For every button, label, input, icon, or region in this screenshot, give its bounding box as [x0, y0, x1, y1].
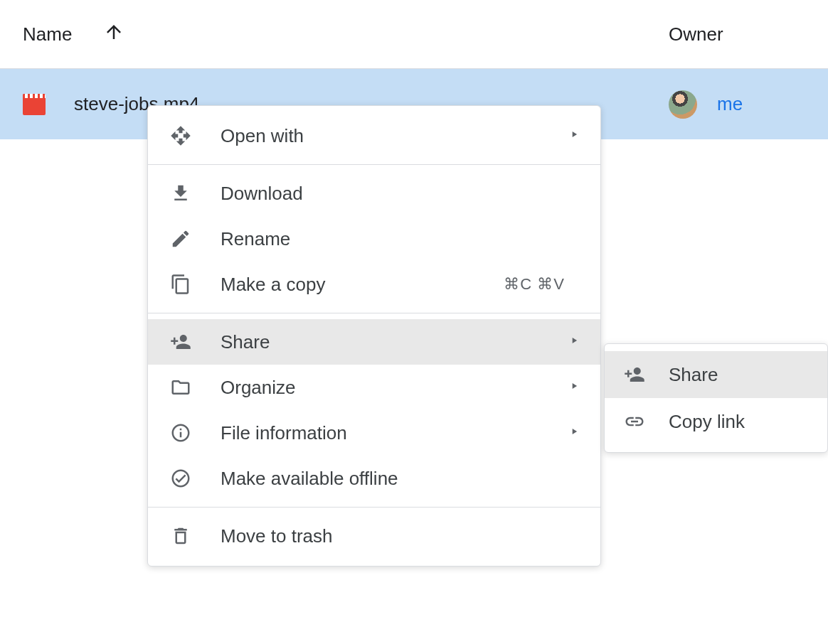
- submenu-copy-link-label: Copy link: [669, 411, 809, 433]
- menu-share[interactable]: Share: [148, 319, 600, 365]
- context-menu: Open with Download Rename Make a copy ⌘C…: [147, 105, 601, 567]
- submenu-copy-link[interactable]: Copy link: [605, 398, 827, 445]
- menu-file-info[interactable]: File information: [148, 410, 600, 456]
- folder-icon: [169, 376, 192, 399]
- menu-rename-label: Rename: [221, 228, 579, 250]
- menu-download-label: Download: [221, 183, 579, 205]
- menu-make-copy-shortcut: ⌘C ⌘V: [504, 275, 565, 294]
- info-icon: [169, 422, 192, 444]
- menu-open-with-label: Open with: [221, 125, 569, 147]
- avatar: [669, 90, 697, 119]
- submenu-share[interactable]: Share: [605, 351, 827, 398]
- menu-organize-label: Organize: [221, 377, 569, 399]
- chevron-right-icon: [569, 129, 579, 142]
- offline-icon: [169, 467, 192, 490]
- trash-icon: [169, 525, 192, 547]
- menu-rename[interactable]: Rename: [148, 216, 600, 262]
- rename-icon: [169, 227, 192, 250]
- chevron-right-icon: [569, 336, 579, 348]
- menu-offline[interactable]: Make available offline: [148, 456, 600, 501]
- sort-arrow-up-icon[interactable]: [103, 21, 124, 48]
- column-header-row: Name Owner: [0, 0, 828, 68]
- submenu-share-label: Share: [669, 364, 809, 386]
- menu-offline-label: Make available offline: [221, 468, 579, 490]
- menu-file-info-label: File information: [221, 422, 569, 444]
- menu-divider: [148, 164, 600, 165]
- share-person-add-icon: [623, 363, 646, 386]
- menu-divider: [148, 313, 600, 313]
- menu-make-copy-label: Make a copy: [221, 274, 504, 296]
- menu-share-label: Share: [221, 331, 569, 353]
- menu-open-with[interactable]: Open with: [148, 113, 600, 159]
- copy-icon: [169, 273, 192, 296]
- owner-text: me: [717, 93, 743, 115]
- download-icon: [169, 182, 192, 205]
- menu-trash[interactable]: Move to trash: [148, 513, 600, 559]
- menu-trash-label: Move to trash: [221, 525, 579, 547]
- link-icon: [623, 410, 646, 433]
- share-submenu: Share Copy link: [604, 343, 828, 453]
- column-name-label: Name: [23, 23, 72, 45]
- menu-make-copy[interactable]: Make a copy ⌘C ⌘V: [148, 262, 600, 307]
- menu-download[interactable]: Download: [148, 171, 600, 216]
- menu-divider: [148, 507, 600, 508]
- chevron-right-icon: [569, 426, 579, 439]
- menu-organize[interactable]: Organize: [148, 365, 600, 410]
- file-cell-owner: me: [669, 90, 743, 119]
- column-header-name[interactable]: Name: [23, 21, 669, 48]
- share-person-add-icon: [169, 331, 192, 353]
- column-header-owner[interactable]: Owner: [669, 23, 723, 45]
- chevron-right-icon: [569, 381, 579, 394]
- column-owner-label: Owner: [669, 23, 723, 45]
- video-file-icon: [23, 94, 46, 115]
- open-with-icon: [169, 124, 192, 147]
